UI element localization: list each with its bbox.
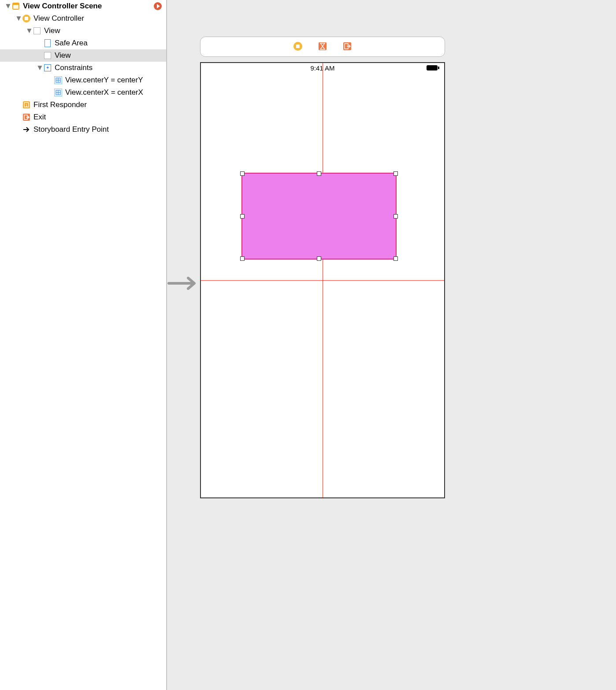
- tree-label: View: [44, 26, 60, 36]
- tree-label: Constraints: [55, 63, 93, 73]
- resize-handle-tl[interactable]: [240, 171, 245, 176]
- tree-row-entry-point[interactable]: Storyboard Entry Point: [0, 123, 166, 136]
- tree-row-constraint-x[interactable]: View.centerX = centerX: [0, 86, 166, 99]
- resize-handle-t[interactable]: [317, 171, 321, 176]
- exit-icon: [22, 113, 31, 122]
- disclosure-triangle[interactable]: ▼: [36, 63, 42, 73]
- constraint-icon: [54, 88, 63, 97]
- first-responder-icon: 1: [22, 100, 31, 109]
- exit-toolbar-icon[interactable]: [342, 41, 352, 52]
- view-icon: [43, 51, 52, 60]
- tree-row-first-responder[interactable]: 1 First Responder: [0, 99, 166, 111]
- tree-label: Exit: [33, 112, 46, 122]
- tree-label: View Controller: [33, 13, 84, 24]
- svg-rect-17: [296, 45, 300, 48]
- disclosure-triangle[interactable]: ▼: [15, 13, 21, 24]
- tree-row-constraints[interactable]: ▼ ✦ Constraints: [0, 62, 166, 74]
- tree-row-exit[interactable]: Exit: [0, 111, 166, 123]
- scene-toolbar[interactable]: [200, 37, 445, 57]
- constraints-icon: ✦: [43, 63, 52, 72]
- alignment-guide-horizontal: [201, 280, 444, 281]
- resize-handle-bl[interactable]: [240, 256, 245, 261]
- tree-label: View.centerX = centerX: [65, 87, 143, 98]
- error-badge-icon[interactable]: [154, 2, 162, 10]
- tree-row-safe-area[interactable]: Safe Area: [0, 37, 166, 49]
- tree-label: View.centerY = centerY: [65, 75, 143, 85]
- selected-view[interactable]: [242, 174, 396, 258]
- constraint-icon: [54, 76, 63, 85]
- tree-label: Safe Area: [55, 38, 88, 48]
- svg-rect-4: [25, 17, 28, 20]
- battery-icon: [427, 65, 440, 72]
- document-outline[interactable]: ▼ View Controller Scene ▼ View Controlle…: [0, 0, 167, 690]
- resize-handle-br[interactable]: [393, 256, 398, 261]
- resize-handle-r[interactable]: [393, 214, 398, 219]
- scene-icon: [11, 2, 20, 11]
- view-icon: [33, 26, 41, 35]
- safe-area-icon: [43, 39, 52, 48]
- view-controller-icon: [22, 14, 31, 23]
- tree-label: First Responder: [33, 100, 87, 110]
- interface-builder-canvas[interactable]: 9:41 AM: [167, 0, 616, 690]
- view-controller-toolbar-icon[interactable]: [293, 41, 303, 52]
- svg-text:1: 1: [25, 103, 27, 108]
- disclosure-triangle[interactable]: ▼: [26, 26, 32, 36]
- scene-label: View Controller Scene: [23, 1, 102, 11]
- tree-row-view-child[interactable]: View: [0, 49, 166, 62]
- first-responder-toolbar-icon[interactable]: [318, 41, 327, 52]
- svg-rect-2: [13, 4, 19, 5]
- resize-handle-b[interactable]: [317, 256, 321, 261]
- resize-handle-tr[interactable]: [393, 171, 398, 176]
- entry-point-icon: [22, 125, 31, 134]
- tree-row-constraint-y[interactable]: View.centerY = centerY: [0, 74, 166, 86]
- storyboard-entry-arrow-icon[interactable]: [167, 277, 201, 290]
- tree-row-view-root[interactable]: ▼ View: [0, 25, 166, 37]
- tree-label: Storyboard Entry Point: [33, 124, 109, 135]
- tree-row-scene[interactable]: ▼ View Controller Scene: [0, 0, 166, 12]
- svg-rect-22: [438, 67, 439, 69]
- tree-row-view-controller[interactable]: ▼ View Controller: [0, 12, 166, 25]
- disclosure-triangle[interactable]: ▼: [4, 1, 11, 11]
- svg-rect-21: [427, 65, 438, 70]
- device-frame[interactable]: 9:41 AM: [200, 62, 445, 498]
- tree-label: View: [55, 50, 71, 61]
- resize-handle-l[interactable]: [240, 214, 245, 219]
